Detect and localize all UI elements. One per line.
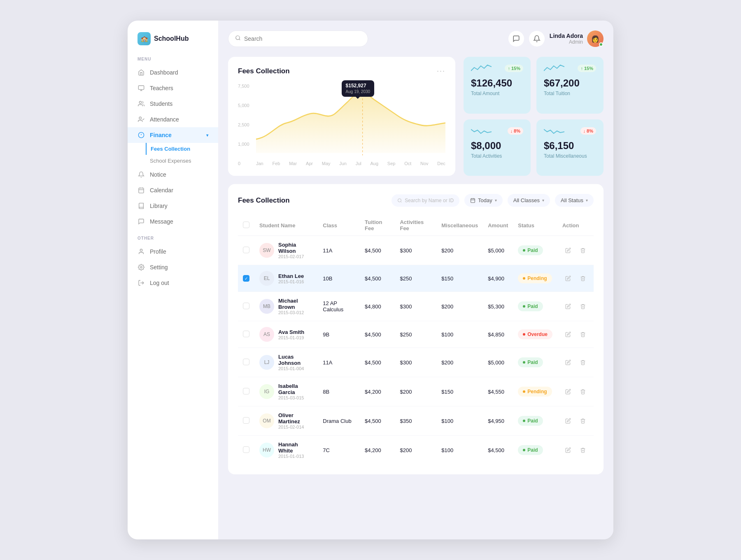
total-amount-badge: ↑ 15% — [505, 65, 523, 72]
tuition-isabella-garcia: $4,200 — [360, 377, 395, 406]
edit-icon-hannah-white[interactable] — [562, 444, 574, 456]
chat-icon-btn[interactable] — [508, 31, 524, 47]
edit-icon-ethan-lee[interactable] — [562, 273, 574, 284]
row-checkbox-cell — [238, 377, 254, 406]
search-input[interactable] — [244, 35, 361, 42]
chevron-icon: ▾ — [586, 198, 588, 203]
delete-icon-oliver-martinez[interactable] — [577, 415, 589, 427]
student-name-ethan-lee: Ethan Lee — [278, 273, 304, 279]
class-sophia-wilson: 11A — [318, 236, 360, 265]
edit-icon-ava-smith[interactable] — [562, 329, 574, 340]
amount-michael-brown: $5,300 — [483, 292, 513, 321]
row-checkbox-hannah-white[interactable] — [243, 446, 249, 453]
status-ava-smith: Overdue — [513, 321, 557, 348]
header-checkbox-cell — [238, 215, 254, 236]
row-checkbox-michael-brown[interactable] — [243, 303, 249, 309]
svg-point-19 — [398, 198, 401, 202]
total-activities-value: $8,000 — [471, 140, 523, 152]
sidebar-item-library[interactable]: Library — [128, 198, 218, 214]
edit-icon-michael-brown[interactable] — [562, 301, 574, 312]
action-michael-brown — [557, 292, 594, 321]
edit-icon-lucas-johnson[interactable] — [562, 357, 574, 368]
edit-icon-sophia-wilson[interactable] — [562, 245, 574, 256]
status-badge-oliver-martinez: Paid — [518, 416, 543, 426]
select-all-checkbox[interactable] — [243, 222, 249, 228]
sidebar-item-finance[interactable]: Finance ▾ — [128, 127, 218, 143]
activities-hannah-white: $200 — [395, 436, 436, 465]
sidebar-item-logout[interactable]: Log out — [128, 275, 218, 291]
filter-date-btn[interactable]: Today ▾ — [464, 194, 503, 207]
sidebar-item-profile[interactable]: Profile — [128, 244, 218, 259]
student-avatar-lucas-johnson: LJ — [259, 355, 274, 370]
activities-michael-brown: $300 — [395, 292, 436, 321]
edit-icon-oliver-martinez[interactable] — [562, 415, 574, 427]
table-header: Fees Collection Search by Name or ID Tod… — [238, 194, 594, 207]
filter-class-btn[interactable]: All Classes ▾ — [508, 194, 550, 207]
logout-icon — [137, 279, 145, 287]
col-student-name: Student Name — [254, 215, 318, 236]
student-id-ethan-lee: 2015-01-016 — [278, 279, 304, 284]
total-misc-badge: ↓ 8% — [580, 127, 596, 135]
attendance-icon — [137, 116, 145, 123]
chart-area: 7,500 5,000 2,500 1,000 0 $152,927 Aug 1… — [238, 84, 445, 166]
sidebar-item-dashboard[interactable]: Dashboard — [128, 65, 218, 80]
row-checkbox-isabella-garcia[interactable] — [243, 388, 249, 394]
sidebar-item-fees-collection[interactable]: Fees Collection — [146, 143, 218, 155]
row-checkbox-lucas-johnson[interactable] — [243, 359, 249, 365]
row-checkbox-ava-smith[interactable] — [243, 331, 249, 337]
sidebar-item-calendar[interactable]: Calendar — [128, 182, 218, 198]
sidebar-item-setting[interactable]: Setting — [128, 259, 218, 275]
student-name-ava-smith: Ava Smith — [278, 329, 304, 335]
amount-ava-smith: $4,850 — [483, 321, 513, 348]
main-content: Linda Adora Admin 👩 Fees Collection ··· — [218, 21, 613, 539]
teachers-label: Teachers — [150, 85, 173, 91]
delete-icon-sophia-wilson[interactable] — [577, 245, 589, 256]
sidebar-item-students[interactable]: Students — [128, 96, 218, 112]
status-dot — [523, 449, 525, 451]
status-dot — [523, 420, 525, 422]
row-checkbox-ethan-lee[interactable] — [243, 275, 249, 282]
svg-point-18 — [361, 88, 364, 93]
delete-icon-hannah-white[interactable] — [577, 444, 589, 456]
message-label: Message — [150, 218, 173, 225]
student-cell-ethan-lee: EL Ethan Lee 2015-01-016 — [254, 265, 318, 292]
delete-icon-lucas-johnson[interactable] — [577, 357, 589, 368]
finance-submenu: Fees Collection School Expenses — [128, 143, 218, 167]
notification-icon-btn[interactable] — [529, 31, 545, 47]
tuition-ava-smith: $4,500 — [360, 321, 395, 348]
delete-icon-ava-smith[interactable] — [577, 329, 589, 340]
table-body: SW Sophia Wilson 2015-02-017 11A $4,500 … — [238, 236, 594, 465]
delete-icon-isabella-garcia[interactable] — [577, 386, 589, 397]
sidebar: 🏫 SchoolHub MENU Dashboard Teachers — [128, 21, 218, 539]
row-checkbox-cell — [238, 348, 254, 377]
logo[interactable]: 🏫 SchoolHub — [128, 32, 218, 57]
student-cell-sophia-wilson: SW Sophia Wilson 2015-02-017 — [254, 236, 318, 265]
col-activities-fee: Activities Fee — [395, 215, 436, 236]
avatar[interactable]: 👩 — [587, 30, 604, 47]
sidebar-item-notice[interactable]: Notice — [128, 167, 218, 182]
status-oliver-martinez: Paid — [513, 406, 557, 436]
row-checkbox-oliver-martinez[interactable] — [243, 417, 249, 424]
sidebar-item-attendance[interactable]: Attendance — [128, 112, 218, 127]
search-box[interactable] — [228, 30, 368, 47]
svg-line-16 — [239, 39, 240, 40]
sidebar-item-teachers[interactable]: Teachers — [128, 80, 218, 96]
status-badge-ethan-lee: Pending — [518, 273, 552, 283]
svg-rect-0 — [138, 86, 144, 89]
delete-icon-ethan-lee[interactable] — [577, 273, 589, 284]
chart-menu-btn[interactable]: ··· — [437, 67, 445, 75]
edit-icon-isabella-garcia[interactable] — [562, 386, 574, 397]
sidebar-item-message[interactable]: Message — [128, 214, 218, 229]
delete-icon-michael-brown[interactable] — [577, 301, 589, 312]
total-misc-label: Total Miscellaneous — [544, 153, 596, 159]
action-oliver-martinez — [557, 406, 594, 436]
table-search-box[interactable]: Search by Name or ID — [391, 194, 459, 207]
filter-status-btn[interactable]: All Status ▾ — [555, 194, 594, 207]
student-name-oliver-martinez: Oliver Martinez — [278, 412, 313, 425]
sidebar-item-school-expenses[interactable]: School Expenses — [150, 155, 218, 167]
notice-label: Notice — [150, 171, 166, 178]
dashboard-label: Dashboard — [150, 69, 178, 76]
student-avatar-ethan-lee: EL — [259, 271, 274, 286]
row-checkbox-sophia-wilson[interactable] — [243, 247, 249, 253]
topbar: Linda Adora Admin 👩 — [228, 30, 604, 47]
